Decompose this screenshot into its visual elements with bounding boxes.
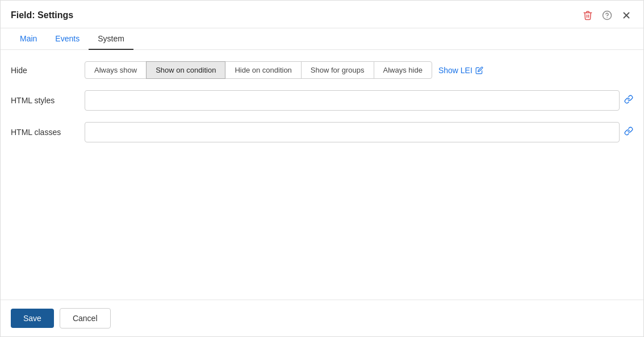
tab-events[interactable]: Events — [46, 28, 89, 50]
help-icon — [602, 10, 612, 20]
hide-row: Hide Always show Show on condition Hide … — [11, 61, 633, 79]
delete-button[interactable] — [581, 9, 595, 22]
html-styles-label: HTML styles — [11, 96, 85, 105]
dialog-footer: Save Cancel — [1, 300, 643, 336]
html-classes-link-icon[interactable] — [624, 127, 633, 138]
always-hide-button[interactable]: Always hide — [374, 61, 432, 79]
hide-buttons-group: Always show Show on condition Hide on co… — [85, 61, 432, 79]
html-styles-row: HTML styles — [11, 90, 633, 111]
dialog-header: Field: Settings — [1, 1, 643, 28]
save-button[interactable]: Save — [11, 309, 54, 328]
link-icon-svg-2 — [624, 127, 633, 136]
dialog-body: Hide Always show Show on condition Hide … — [1, 50, 643, 300]
link-icon-svg — [624, 95, 633, 104]
show-for-groups-button[interactable]: Show for groups — [301, 61, 374, 79]
html-classes-label: HTML classes — [11, 128, 85, 137]
html-styles-input-row — [85, 90, 633, 111]
tab-system[interactable]: System — [89, 28, 133, 50]
hide-label: Hide — [11, 66, 85, 75]
tab-bar: Main Events System — [1, 28, 643, 50]
edit-icon — [475, 66, 483, 74]
trash-icon — [583, 10, 593, 20]
show-on-condition-button[interactable]: Show on condition — [146, 61, 225, 79]
html-styles-link-icon[interactable] — [624, 95, 633, 106]
always-show-button[interactable]: Always show — [85, 61, 147, 79]
close-icon — [621, 10, 632, 20]
html-classes-input-row — [85, 122, 633, 142]
html-styles-input[interactable] — [85, 90, 620, 111]
dialog-title: Field: Settings — [11, 10, 73, 20]
show-lei-label: Show LEI — [438, 66, 472, 75]
show-lei-link[interactable]: Show LEI — [438, 66, 483, 75]
close-button[interactable] — [620, 9, 633, 22]
field-settings-dialog: Field: Settings — [0, 0, 644, 337]
tab-main[interactable]: Main — [11, 28, 46, 50]
header-icons — [581, 9, 633, 22]
help-button[interactable] — [600, 9, 614, 22]
hide-on-condition-button[interactable]: Hide on condition — [225, 61, 301, 79]
html-classes-row: HTML classes — [11, 122, 633, 142]
cancel-button[interactable]: Cancel — [60, 308, 111, 328]
html-classes-input[interactable] — [85, 122, 620, 142]
